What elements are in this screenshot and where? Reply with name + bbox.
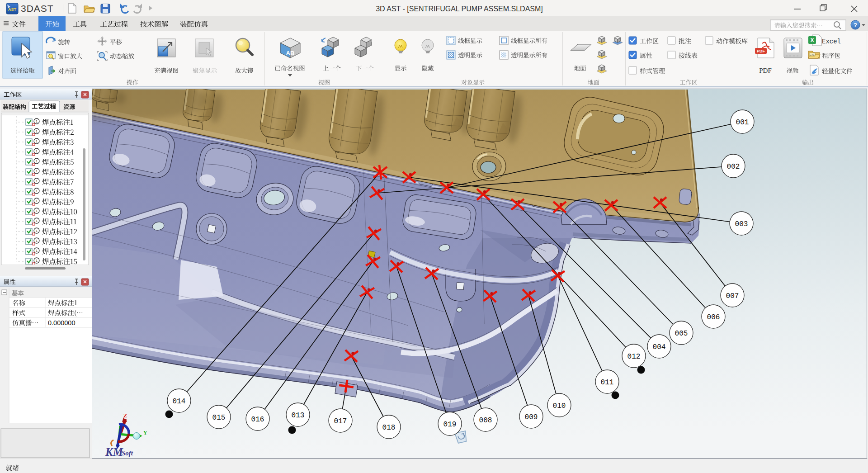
svg-text:Soft: Soft bbox=[122, 449, 133, 457]
svg-text:014: 014 bbox=[173, 397, 186, 406]
svg-text:KM: KM bbox=[105, 446, 123, 458]
svg-text:EXE: EXE bbox=[810, 53, 815, 56]
svg-text:1: 1 bbox=[36, 219, 38, 223]
svg-text:3DAST: 3DAST bbox=[21, 3, 54, 14]
svg-text:006: 006 bbox=[707, 313, 720, 322]
svg-text:Excel: Excel bbox=[822, 38, 841, 45]
svg-text:1: 1 bbox=[36, 189, 38, 193]
svg-text:012: 012 bbox=[627, 353, 641, 361]
svg-text:Z: Z bbox=[123, 412, 127, 419]
svg-text:1: 1 bbox=[36, 239, 38, 243]
svg-text:002: 002 bbox=[727, 163, 740, 171]
svg-text:008: 008 bbox=[479, 416, 492, 425]
svg-text:015: 015 bbox=[212, 414, 226, 422]
svg-text:3D AST - [SENTRIFUGAL PUMP ASS: 3D AST - [SENTRIFUGAL PUMP ASSEM.SLDASM] bbox=[376, 5, 543, 13]
svg-text:1: 1 bbox=[36, 129, 38, 133]
svg-text:018: 018 bbox=[382, 424, 396, 432]
svg-text:005: 005 bbox=[675, 330, 688, 338]
svg-text:003: 003 bbox=[735, 220, 748, 228]
svg-text:?: ? bbox=[854, 22, 857, 28]
svg-text:1: 1 bbox=[36, 199, 38, 203]
svg-text:1: 1 bbox=[36, 139, 38, 143]
svg-text:X: X bbox=[810, 37, 814, 43]
svg-text:1: 1 bbox=[36, 119, 38, 123]
svg-text:PDF: PDF bbox=[757, 49, 765, 53]
svg-text:016: 016 bbox=[251, 416, 264, 424]
svg-text:010: 010 bbox=[553, 402, 566, 410]
svg-text:AST: AST bbox=[8, 7, 17, 12]
svg-text:1: 1 bbox=[36, 179, 38, 183]
svg-text:1: 1 bbox=[36, 229, 38, 233]
svg-text:PDF: PDF bbox=[759, 67, 772, 74]
svg-text:Y: Y bbox=[143, 430, 147, 436]
svg-text:1: 1 bbox=[36, 209, 38, 213]
svg-text:1: 1 bbox=[36, 259, 38, 263]
svg-text:1: 1 bbox=[36, 169, 38, 173]
svg-text:001: 001 bbox=[736, 118, 749, 127]
svg-text:0.000000: 0.000000 bbox=[48, 319, 75, 326]
svg-text:1: 1 bbox=[36, 149, 38, 153]
svg-text:019: 019 bbox=[443, 421, 457, 429]
svg-text:AB: AB bbox=[286, 50, 295, 57]
svg-text:1: 1 bbox=[36, 249, 38, 253]
svg-text:011: 011 bbox=[601, 378, 614, 387]
svg-text:007: 007 bbox=[726, 292, 739, 300]
svg-text:009: 009 bbox=[525, 413, 538, 421]
svg-text:013: 013 bbox=[292, 412, 305, 420]
svg-text:017: 017 bbox=[334, 417, 347, 426]
svg-text:004: 004 bbox=[653, 343, 666, 351]
svg-text:1: 1 bbox=[36, 159, 38, 163]
